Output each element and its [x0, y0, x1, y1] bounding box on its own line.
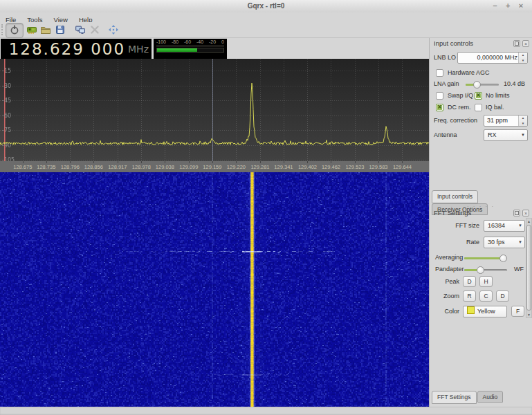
antenna-combo[interactable]: RX ▼ — [484, 129, 528, 141]
slider-handle[interactable] — [499, 255, 507, 262]
move-arrows-icon — [107, 24, 120, 35]
spin-down-icon[interactable]: ▼ — [519, 121, 527, 127]
meter-scale-tick: -20 — [209, 39, 216, 45]
load-settings-button[interactable] — [39, 24, 52, 36]
freq-axis-tick — [212, 161, 213, 163]
freq-axis-tick — [93, 161, 94, 163]
scroll-up-icon[interactable]: ▲ — [526, 219, 531, 223]
frequency-unit: MHz — [128, 44, 149, 55]
power-button[interactable] — [6, 23, 24, 38]
spin-up-icon[interactable]: ▲ — [519, 116, 527, 121]
save-settings-button[interactable] — [54, 24, 66, 36]
dock-close-button[interactable]: × — [522, 210, 529, 216]
dc-rem-checkbox[interactable] — [436, 104, 443, 111]
zoom-reset-button[interactable]: R — [463, 290, 476, 302]
freq-axis-label: 128.917 — [108, 164, 127, 170]
lnb-lo-spinbox[interactable]: 0,000000 MHz ▲ ▼ — [457, 52, 528, 64]
freq-axis-label: 129.523 — [345, 164, 364, 170]
input-controls-title: Input controls — [434, 39, 473, 47]
freq-axis-label: 128.796 — [61, 164, 80, 170]
close-button[interactable]: × — [515, 0, 526, 11]
swap-iq-checkbox[interactable] — [436, 92, 443, 100]
no-limits-checkbox[interactable] — [475, 92, 482, 100]
fill-button[interactable]: F — [511, 306, 524, 317]
spin-up-icon[interactable]: ▲ — [519, 53, 527, 58]
title-bar[interactable]: Gqrx - rtl=0 – + × — [0, 0, 532, 13]
freq-axis-tick — [284, 161, 284, 163]
freq-axis-tick — [23, 161, 24, 163]
swap-iq-label: Swap I/Q — [448, 91, 473, 100]
meter-scale-tick: -100 — [156, 39, 166, 45]
slider-handle[interactable] — [473, 81, 481, 89]
fft-dock-tabbar: FFT SettingsAudio — [432, 391, 504, 405]
peak-hold-button[interactable]: H — [479, 276, 493, 287]
slider-handle[interactable] — [477, 266, 484, 274]
freq-correction-spinbox[interactable]: 31 ppm ▲ ▼ — [484, 115, 528, 127]
frequency-axis[interactable]: 128.675128.735128.796128.856128.917128.9… — [0, 161, 429, 172]
freq-axis-tick — [307, 161, 308, 163]
freq-correction-label: Freq. correction — [434, 115, 477, 127]
signal-strength-meter: -100-80-60-40-200 -63 dBFS — [154, 39, 227, 59]
antenna-label: Antenna — [434, 129, 457, 141]
dock-float-button[interactable] — [513, 40, 520, 47]
chevron-down-icon: ▼ — [518, 221, 522, 231]
zoom-demod-button[interactable]: D — [496, 290, 509, 302]
frequency-digits[interactable]: 128.629 000 — [9, 40, 125, 58]
zoom-center-button[interactable]: C — [479, 290, 493, 302]
freq-axis-tick — [46, 161, 47, 163]
iq-bal-label: IQ bal. — [486, 103, 504, 111]
hardware-agc-checkbox[interactable] — [436, 69, 443, 77]
lnb-lo-value[interactable]: 0,000000 MHz — [461, 53, 517, 63]
configure-io-button[interactable] — [26, 24, 38, 36]
meter-level-bar — [157, 48, 197, 52]
chevron-down-icon: ▼ — [518, 237, 522, 248]
minimize-button[interactable]: – — [489, 0, 500, 11]
dock-float-button[interactable] — [513, 210, 520, 216]
pandapter-canvas[interactable] — [0, 59, 429, 161]
chevron-down-icon: ▼ — [521, 130, 525, 140]
tab-input-controls[interactable]: Input controls — [432, 190, 478, 203]
waterfall-canvas[interactable] — [0, 172, 429, 407]
toolbar-drag-handle[interactable] — [1, 24, 5, 35]
center-frequency-button[interactable] — [107, 24, 120, 36]
meter-scale-tick: -40 — [196, 39, 203, 45]
scroll-down-icon[interactable]: ▼ — [526, 313, 531, 317]
crossed-tools-icon — [89, 24, 101, 35]
peak-label: Peak — [430, 276, 459, 288]
peak-detect-button[interactable]: D — [463, 276, 476, 287]
averaging-slider[interactable] — [464, 254, 507, 262]
freq-correction-value[interactable]: 31 ppm — [487, 116, 517, 126]
spin-down-icon[interactable]: ▼ — [519, 58, 527, 64]
fft-settings-title: FFT Settings — [434, 209, 471, 216]
freq-axis-label: 128.978 — [132, 164, 151, 170]
tab-audio[interactable]: Audio — [477, 391, 504, 403]
rate-combo[interactable]: 30 fps ▼ — [484, 237, 525, 248]
lna-gain-slider[interactable] — [466, 80, 499, 89]
io-devices-button[interactable] — [74, 24, 86, 36]
iq-bal-checkbox[interactable] — [475, 104, 482, 111]
freq-axis-tick — [165, 161, 165, 163]
dock-close-button[interactable]: × — [522, 40, 529, 47]
pandapter-wf-slider[interactable] — [464, 266, 507, 274]
freq-axis-label: 129.583 — [369, 164, 387, 170]
averaging-label: Averaging — [435, 252, 463, 264]
computers-icon — [74, 24, 86, 35]
freq-axis-tick — [402, 161, 403, 163]
tab-fft-settings[interactable]: FFT Settings — [432, 391, 477, 404]
freq-axis-tick — [378, 161, 379, 163]
power-icon — [6, 24, 23, 35]
maximize-button[interactable]: + — [502, 0, 513, 11]
freq-axis-label: 129.644 — [393, 164, 412, 170]
color-combo[interactable]: Yellow — [463, 306, 507, 317]
meter-ruler — [156, 46, 224, 46]
freq-axis-label: 129.462 — [322, 164, 340, 170]
scrollbar-thumb[interactable] — [526, 225, 531, 311]
freq-axis-tick — [70, 161, 71, 163]
fft-size-combo[interactable]: 16384 ▼ — [484, 220, 525, 232]
freq-axis-label: 129.220 — [227, 164, 246, 170]
fft-scrollbar[interactable]: ▲ ▼ — [526, 218, 532, 318]
wf-label: WF — [514, 264, 524, 275]
frequency-display[interactable]: 128.629 000 MHz — [1, 39, 152, 59]
freq-axis-tick — [118, 161, 118, 163]
tools-button[interactable] — [89, 24, 101, 36]
